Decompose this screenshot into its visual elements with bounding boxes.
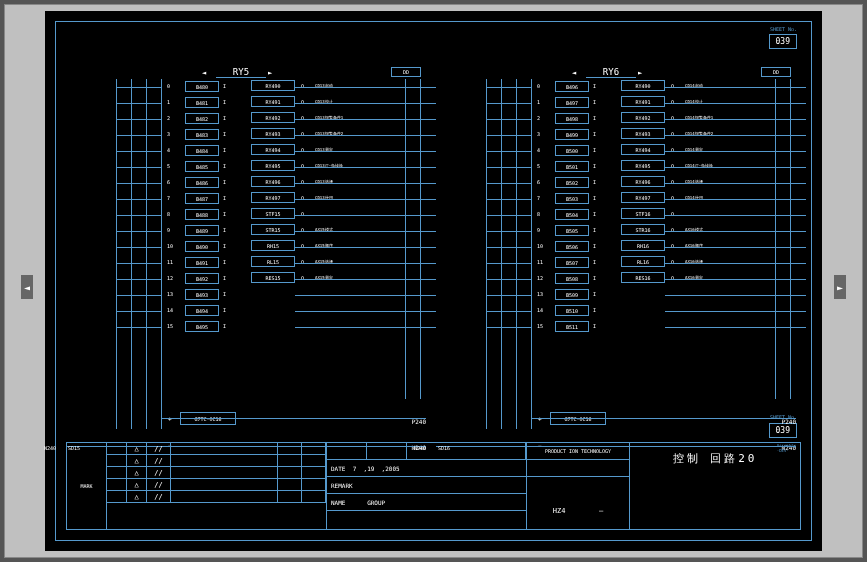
prev-page[interactable]: ◄ — [21, 275, 33, 299]
bit-addr: B489 — [185, 225, 219, 236]
relay-block-RY5: ◄ RY5 ► DD 0 B480 I RY490OCD13起动 1 B481 … — [86, 67, 436, 457]
port-num: 3 — [537, 131, 540, 137]
relay-label: RY490 — [621, 80, 665, 91]
bit-addr: B510 — [555, 305, 589, 316]
bit-addr: B502 — [555, 177, 589, 188]
io-row: 11 B507 I RL16OAX16选择 — [531, 255, 761, 271]
prodtech-label: PRODUCT ION TECHNOLOGY — [545, 448, 611, 454]
relay-label: RH16 — [621, 240, 665, 251]
port-num: 2 — [537, 115, 540, 121]
relay-label: RY490 — [251, 80, 295, 91]
drawing-frame: SHEET No. 039 SHEET No. 039 ◄ RY5 ► DD 0… — [55, 21, 812, 541]
port-num: 3 — [167, 131, 170, 137]
next-page[interactable]: ► — [834, 275, 846, 299]
bit-addr: B509 — [555, 289, 589, 300]
port-num: 10 — [167, 243, 173, 249]
io-row: 2 B498 I RY492OCD14报警条件1 — [531, 111, 761, 127]
bit-addr: B490 — [185, 241, 219, 252]
port-num: 7 — [537, 195, 540, 201]
io-row: 15 B511 I — [531, 319, 761, 335]
relay-label: RY496 — [251, 176, 295, 187]
io-row: 4 B484 I RY494OCD13测定 — [161, 143, 391, 159]
port-num: 6 — [167, 179, 170, 185]
bit-addr: B498 — [555, 113, 589, 124]
dd-box: DD — [391, 67, 421, 77]
io-row: 3 B499 I RY493OCD14报警条件2 — [531, 127, 761, 143]
relay-label: RY491 — [621, 96, 665, 107]
block-title: RY5 — [216, 67, 266, 78]
io-row: 12 B508 I RES16OAX16测定 — [531, 271, 761, 287]
io-row: 6 B502 I RY496OCD14选择 — [531, 175, 761, 191]
bit-addr: B506 — [555, 241, 589, 252]
io-row: 13 B509 I — [531, 287, 761, 303]
port-num: 2 — [167, 115, 170, 121]
io-row: 8 B488 I STF15O — [161, 207, 391, 223]
io-row: 11 B491 I RL15OAX15选择 — [161, 255, 391, 271]
date-label: DATE — [331, 465, 345, 472]
date-block: DATE 7 ,19 ,2005 REMARK NAME GROUP — [327, 443, 527, 529]
bit-addr: B499 — [555, 129, 589, 140]
port-num: 7 — [167, 195, 170, 201]
sheet-label-top: SHEET No. — [770, 26, 797, 32]
port-num: 8 — [167, 211, 170, 217]
port-num: 6 — [537, 179, 540, 185]
relay-label: STF16 — [621, 208, 665, 219]
io-row: 7 B487 I RY497OCD13使用 — [161, 191, 391, 207]
relay-label: RY493 — [621, 128, 665, 139]
bit-addr: B497 — [555, 97, 589, 108]
port-num: 9 — [167, 227, 170, 233]
port-num: 14 — [167, 307, 173, 313]
port-num: 15 — [537, 323, 543, 329]
port-num: 5 — [537, 163, 540, 169]
dd-box: DD — [761, 67, 791, 77]
io-row: 10 B490 I RH15OAX15顺序 — [161, 239, 391, 255]
bit-addr: B493 — [185, 289, 219, 300]
io-row: 8 B504 I STF16O — [531, 207, 761, 223]
bit-addr: B481 — [185, 97, 219, 108]
remark-label: REMARK — [331, 482, 353, 489]
port-num: 8 — [537, 211, 540, 217]
port-num: 0 — [537, 83, 540, 89]
relay-label: RL16 — [621, 256, 665, 267]
bit-addr: B480 — [185, 81, 219, 92]
io-row: 7 B503 I RY497OCD14使用 — [531, 191, 761, 207]
n240-left: N240 — [44, 445, 56, 451]
port-num: 1 — [167, 99, 170, 105]
relay-label: RY494 — [251, 144, 295, 155]
drawing-page: SHEET No. 039 SHEET No. 039 ◄ RY5 ► DD 0… — [45, 11, 822, 551]
relay-label: RY492 — [251, 112, 295, 123]
bit-addr: B486 — [185, 177, 219, 188]
port-num: 13 — [537, 291, 543, 297]
bit-addr: B504 — [555, 209, 589, 220]
relay-label: RY494 — [621, 144, 665, 155]
port-num: 15 — [167, 323, 173, 329]
bit-addr: B501 — [555, 161, 589, 172]
relay-label: STR15 — [251, 224, 295, 235]
io-row: 5 B501 I RY495OCD14正·负转换 — [531, 159, 761, 175]
port-num: 10 — [537, 243, 543, 249]
title-box: Assembly-DEV- 控制 回路20 — [630, 443, 800, 529]
sheet-number-top: 039 — [769, 34, 797, 49]
bit-addr: B505 — [555, 225, 589, 236]
relay-label: RY496 — [621, 176, 665, 187]
io-row: 14 B494 I — [161, 303, 391, 319]
bit-addr: B485 — [185, 161, 219, 172]
relay-label: RL15 — [251, 256, 295, 267]
port-num: 9 — [537, 227, 540, 233]
relay-label: RY497 — [621, 192, 665, 203]
bit-addr: B487 — [185, 193, 219, 204]
relay-label: RY492 — [621, 112, 665, 123]
bit-addr: B496 — [555, 81, 589, 92]
io-row: 9 B489 I STR15OAX15模式 — [161, 223, 391, 239]
arrow-right-icon: ► — [638, 69, 642, 77]
port-num: 4 — [167, 147, 170, 153]
bit-addr: B491 — [185, 257, 219, 268]
port-num: 5 — [167, 163, 170, 169]
io-row: 1 B497 I RY491OCD14停止 — [531, 95, 761, 111]
relay-label: RY491 — [251, 96, 295, 107]
port-num: 13 — [167, 291, 173, 297]
io-row: 0 B480 I RY490OCD13起动 — [161, 79, 391, 95]
bit-addr: B495 — [185, 321, 219, 332]
bit-addr: B503 — [555, 193, 589, 204]
drawing-title: 控制 回路20 — [630, 451, 800, 466]
